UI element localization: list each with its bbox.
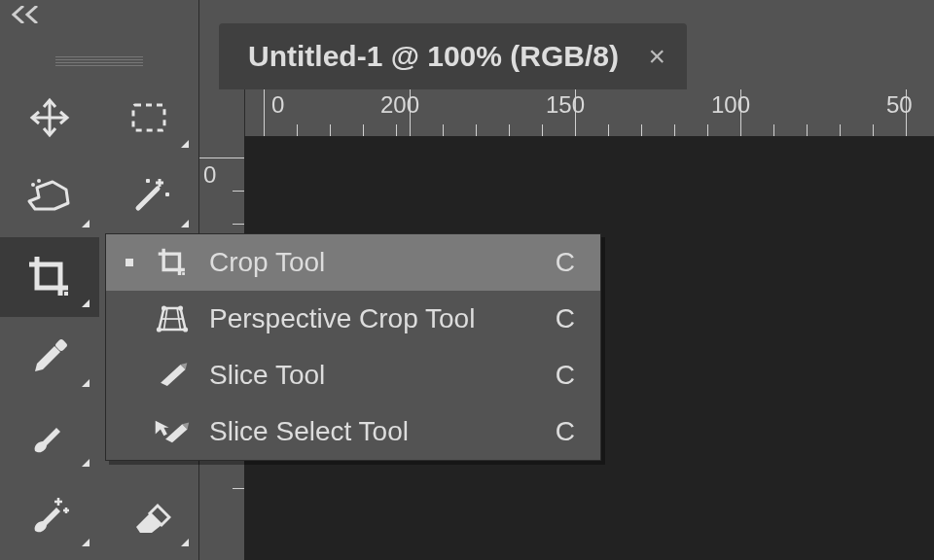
flyout-corner-icon [82, 220, 90, 228]
flyout-item-label: Slice Tool [209, 360, 556, 391]
flyout-item-shortcut: C [556, 360, 575, 391]
horizontal-ruler[interactable]: 0 200 150 100 50 [244, 89, 934, 137]
brush-icon [27, 414, 72, 459]
svg-point-4 [37, 179, 41, 183]
eraser-icon [126, 494, 171, 539]
crop-tool-button[interactable] [0, 237, 99, 317]
flyout-corner-icon [181, 220, 189, 228]
perspective-crop-icon [151, 304, 194, 333]
marquee-icon [126, 95, 171, 140]
flyout-corner-icon [181, 140, 189, 148]
flyout-item-label: Perspective Crop Tool [209, 303, 556, 334]
lasso-icon [25, 176, 74, 219]
svg-marker-30 [165, 424, 187, 442]
ruler-label: 0 [203, 161, 216, 189]
eraser-tool-button[interactable] [99, 476, 198, 556]
flyout-item-slice[interactable]: Slice Tool C [106, 347, 600, 403]
flyout-item-slice-select[interactable]: Slice Select Tool C [106, 403, 600, 460]
svg-point-24 [178, 305, 183, 310]
flyout-corner-icon [82, 299, 90, 307]
flyout-corner-icon [82, 459, 90, 467]
ruler-label: 100 [711, 91, 750, 119]
document-tab-title: Untitled-1 @ 100% (RGB/8) [248, 40, 619, 73]
panel-collapse-button[interactable] [0, 0, 210, 29]
flyout-corner-icon [82, 539, 90, 546]
crop-icon [151, 246, 194, 279]
move-tool-button[interactable] [0, 78, 99, 158]
grip-lines-icon [55, 56, 143, 66]
panel-drag-handle[interactable] [0, 54, 198, 68]
flyout-item-shortcut: C [556, 247, 575, 278]
flyout-corner-icon [181, 539, 189, 546]
double-chevron-left-icon [12, 6, 47, 23]
slice-select-icon [151, 417, 194, 446]
healing-brush-tool-button[interactable] [0, 476, 99, 556]
svg-point-26 [183, 328, 188, 332]
lasso-tool-button[interactable] [0, 158, 99, 237]
flyout-item-label: Crop Tool [209, 247, 556, 278]
svg-point-3 [31, 183, 35, 187]
flyout-corner-icon [82, 379, 90, 387]
active-tool-bullet [122, 259, 137, 266]
svg-rect-2 [133, 105, 164, 130]
ruler-label: 200 [380, 91, 419, 119]
brush-tool-button[interactable] [0, 397, 99, 476]
flyout-item-shortcut: C [556, 303, 575, 334]
eyedropper-tool-button[interactable] [0, 317, 99, 397]
eyedropper-icon [27, 334, 72, 379]
svg-marker-29 [156, 421, 169, 437]
close-icon[interactable]: × [648, 42, 665, 71]
slice-icon [151, 361, 194, 390]
ruler-label: 0 [271, 91, 284, 119]
crop-tool-flyout-menu: Crop Tool C Perspective Crop Tool C Slic… [105, 233, 601, 461]
svg-point-23 [162, 305, 166, 310]
magic-wand-icon [126, 175, 171, 220]
marquee-tool-button[interactable] [99, 78, 198, 158]
svg-line-5 [138, 189, 158, 208]
svg-marker-27 [161, 365, 186, 386]
ruler-label: 150 [546, 91, 585, 119]
svg-rect-18 [182, 272, 185, 275]
svg-point-25 [157, 328, 162, 332]
svg-rect-12 [64, 292, 68, 296]
flyout-item-crop[interactable]: Crop Tool C [106, 234, 600, 291]
move-icon [27, 95, 72, 140]
document-tab[interactable]: Untitled-1 @ 100% (RGB/8) × [219, 23, 687, 89]
crop-icon [25, 253, 74, 301]
flyout-item-label: Slice Select Tool [209, 416, 556, 447]
magic-wand-tool-button[interactable] [99, 158, 198, 237]
document-tab-bar: Untitled-1 @ 100% (RGB/8) × [199, 0, 934, 89]
flyout-item-shortcut: C [556, 416, 575, 447]
ruler-label: 50 [886, 91, 913, 119]
app-root: Untitled-1 @ 100% (RGB/8) × 0 200 150 10… [0, 0, 934, 560]
flyout-item-perspective-crop[interactable]: Perspective Crop Tool C [106, 291, 600, 347]
healing-brush-icon [27, 494, 72, 539]
